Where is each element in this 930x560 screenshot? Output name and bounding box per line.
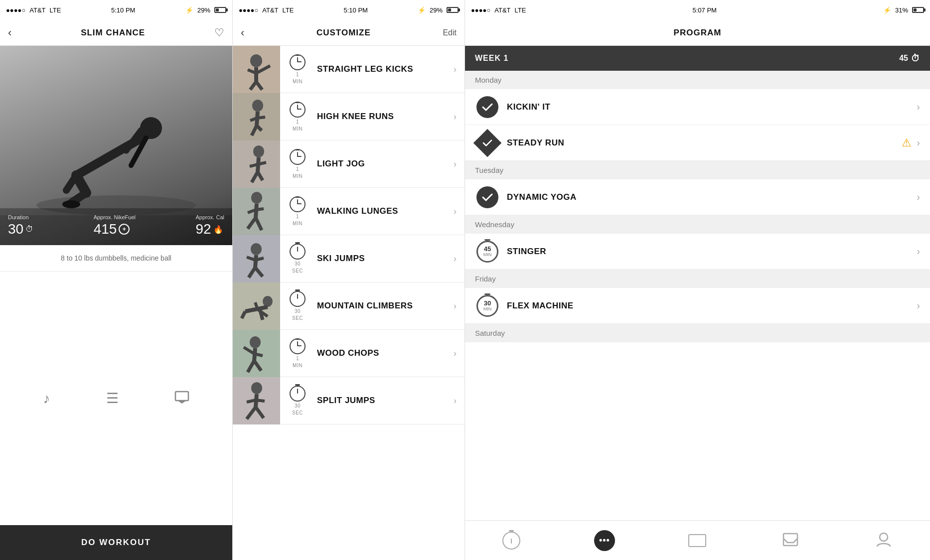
exercise-item[interactable]: 30 SEC MOUNTAIN CLIMBERS › xyxy=(233,282,465,330)
back-button-1[interactable]: ‹ xyxy=(8,26,11,39)
workout-stats: Duration 30 ⏱ Approx. NikeFuel 415 + App… xyxy=(0,208,232,245)
bluetooth-icon-1: ⚡ xyxy=(185,6,193,14)
profile-tab-icon xyxy=(876,532,891,550)
stopwatch-icon-5 xyxy=(290,244,306,260)
svg-line-30 xyxy=(258,162,266,164)
tab-more[interactable]: ••• xyxy=(558,530,651,551)
day-header-friday: Friday xyxy=(465,270,930,288)
program-icon-kickin xyxy=(475,95,500,120)
exercise-item[interactable]: 1 MIN WOOD CHOPS › xyxy=(233,330,465,377)
carrier-area-1: ●●●●○ AT&T LTE xyxy=(6,6,61,14)
exercise-timer-7: 1 MIN xyxy=(280,338,315,368)
exercise-name-6: MOUNTAIN CLIMBERS xyxy=(315,301,454,311)
program-name-steady: STEADY RUN xyxy=(500,138,902,148)
nav-bar-2: ‹ CUSTOMIZE Edit xyxy=(233,20,465,46)
nikefuel-icon: + xyxy=(119,224,130,235)
svg-marker-11 xyxy=(177,401,186,404)
chevron-icon-steady: › xyxy=(917,137,920,148)
exercise-thumb-8 xyxy=(233,377,280,424)
exercise-thumb-7 xyxy=(233,330,280,377)
exercise-name-4: WALKING LUNGES xyxy=(315,206,454,216)
exercise-item[interactable]: 30 SEC SPLIT JUMPS › xyxy=(233,377,465,424)
exercise-timer-5: 30 SEC xyxy=(280,244,315,274)
program-item[interactable]: 30 MIN FLEX MACHINE › xyxy=(465,288,930,324)
battery-percent-1: 29% xyxy=(197,6,210,14)
tab-card[interactable] xyxy=(651,534,744,547)
exercise-item[interactable]: 1 MIN LIGHT JOG › xyxy=(233,140,465,188)
stat-calories: Approx. Cal 92 🔥 xyxy=(196,214,224,237)
svg-point-3 xyxy=(140,117,162,139)
day-header-tuesday: Tuesday xyxy=(465,161,930,179)
program-item[interactable]: KICKIN' IT › xyxy=(465,89,930,125)
do-workout-button[interactable]: DO WORKOUT xyxy=(0,525,232,560)
program-item[interactable]: 45 MIN STINGER › xyxy=(465,234,930,270)
tab-timer[interactable] xyxy=(465,532,558,550)
svg-line-65 xyxy=(256,400,265,401)
svg-line-53 xyxy=(260,310,263,320)
exercise-name-5: SKI JUMPS xyxy=(315,254,454,264)
exercise-item[interactable]: 30 SEC SKI JUMPS › xyxy=(233,235,465,282)
program-icon-flex: 30 MIN xyxy=(475,293,500,318)
chevron-icon-6: › xyxy=(454,301,465,311)
nav-bar-3: PROGRAM xyxy=(465,20,930,46)
day-header-monday: Monday xyxy=(465,71,930,89)
calories-value: 92 xyxy=(196,221,211,237)
favorite-button[interactable]: ♡ xyxy=(214,26,224,39)
week-clock-icon: ⏱ xyxy=(911,53,920,64)
battery-area-2: ⚡ 29% xyxy=(418,6,459,14)
stat-duration: Duration 30 ⏱ xyxy=(8,214,33,237)
more-tab-icon: ••• xyxy=(594,530,615,551)
tab-profile[interactable] xyxy=(837,532,930,550)
program-item[interactable]: DYNAMIC YOGA › xyxy=(465,179,930,215)
exercise-item[interactable]: 1 MIN WALKING LUNGES › xyxy=(233,188,465,235)
warning-icon: ⚠ xyxy=(902,137,912,149)
check-circle-yoga xyxy=(476,186,498,208)
tab-inbox[interactable] xyxy=(744,533,837,549)
exercise-thumb-2 xyxy=(233,93,280,140)
svg-point-41 xyxy=(251,243,262,255)
svg-rect-68 xyxy=(783,534,797,546)
tab-bar: ••• xyxy=(465,520,930,560)
page-title-3: PROGRAM xyxy=(674,28,722,38)
workout-image: Duration 30 ⏱ Approx. NikeFuel 415 + App… xyxy=(0,46,232,245)
chevron-icon-kickin: › xyxy=(917,101,920,113)
svg-point-9 xyxy=(62,200,80,208)
svg-point-27 xyxy=(253,145,264,157)
panel-program: ●●●●○ AT&T LTE 5:07 PM ⚡ 31% PROGRAM WEE… xyxy=(465,0,930,560)
exercise-item[interactable]: 1 MIN STRAIGHT LEG KICKS › xyxy=(233,46,465,93)
card-tab-icon xyxy=(688,534,706,547)
nikefuel-value: 415 xyxy=(94,221,117,237)
carrier-2: AT&T xyxy=(262,6,278,14)
battery-icon-3 xyxy=(912,7,924,13)
exercise-item[interactable]: 1 MIN HIGH KNEE RUNS › xyxy=(233,93,465,140)
exercise-thumb-6 xyxy=(233,282,280,330)
carrier-1: AT&T xyxy=(29,6,45,14)
page-title-1: SLIM CHANCE xyxy=(81,28,145,38)
chevron-icon-3: › xyxy=(454,159,465,169)
exercise-timer-3: 1 MIN xyxy=(280,149,315,179)
svg-point-69 xyxy=(880,533,888,541)
music-button[interactable]: ♪ xyxy=(43,391,50,407)
clock-icon-1 xyxy=(290,54,306,70)
program-icon-stinger: 45 MIN xyxy=(475,239,500,264)
program-list: Monday KICKIN' IT › STEADY RUN ⚠ › Tuesd… xyxy=(465,71,930,520)
exercise-timer-8: 30 SEC xyxy=(280,386,315,416)
exercise-name-8: SPLIT JUMPS xyxy=(315,396,454,406)
airplay-button[interactable] xyxy=(174,391,189,407)
exercise-timer-2: 1 MIN xyxy=(280,102,315,132)
chevron-icon-5: › xyxy=(454,254,465,264)
clock-icon-3 xyxy=(290,149,306,165)
week-duration-value: 45 xyxy=(899,54,908,63)
status-bar-2: ●●●●○ AT&T LTE 5:10 PM ⚡ 29% xyxy=(233,0,465,20)
chevron-icon-8: › xyxy=(454,396,465,406)
program-icon-yoga xyxy=(475,185,500,210)
carrier-3: AT&T xyxy=(494,6,510,14)
exercise-name-2: HIGH KNEE RUNS xyxy=(315,112,454,122)
program-item[interactable]: STEADY RUN ⚠ › xyxy=(465,125,930,161)
back-button-2[interactable]: ‹ xyxy=(241,26,244,39)
edit-button[interactable]: Edit xyxy=(443,28,457,37)
battery-percent-2: 29% xyxy=(430,6,443,14)
list-button[interactable]: ☰ xyxy=(106,390,118,407)
status-bar-3: ●●●●○ AT&T LTE 5:07 PM ⚡ 31% xyxy=(465,0,930,20)
chevron-icon-yoga: › xyxy=(917,191,920,203)
